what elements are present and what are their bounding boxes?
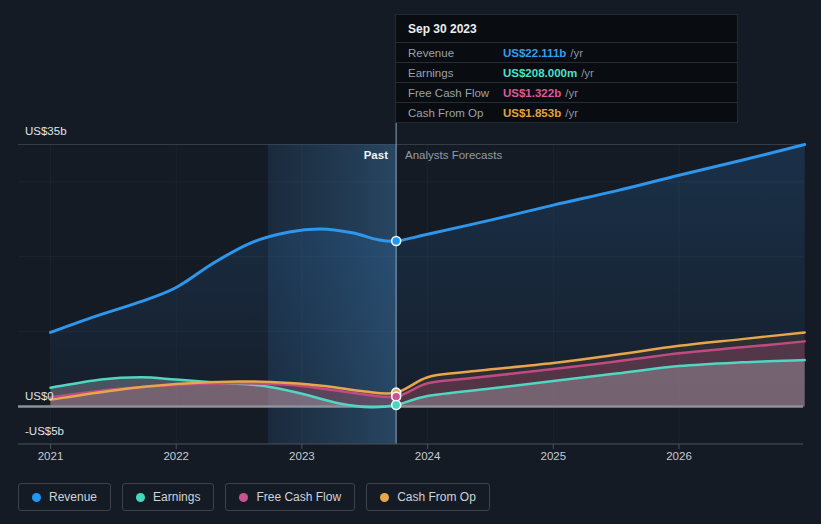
past-label: Past bbox=[288, 149, 388, 161]
legend-toggle-revenue[interactable]: Revenue bbox=[18, 483, 111, 511]
legend-toggle-cashop[interactable]: Cash From Op bbox=[366, 483, 490, 511]
revenue-series-dot-icon bbox=[32, 493, 41, 502]
tooltip-row-unit: /yr bbox=[570, 47, 583, 59]
tooltip-row-unit: /yr bbox=[581, 67, 594, 79]
y-axis-label-zero: US$0 bbox=[25, 390, 54, 402]
revenue-marker-dot[interactable] bbox=[392, 236, 401, 245]
cashop-series-dot-icon bbox=[380, 493, 389, 502]
tooltip-date: Sep 30 2023 bbox=[396, 15, 737, 42]
tooltip-row-label: Revenue bbox=[408, 47, 503, 59]
x-axis-label-2022: 2022 bbox=[146, 450, 206, 462]
x-axis-label-2024: 2024 bbox=[398, 450, 458, 462]
tooltip-row-unit: /yr bbox=[565, 87, 578, 99]
tooltip-rows: RevenueUS$22.111b/yrEarningsUS$208.000m/… bbox=[396, 42, 737, 122]
tooltip-row-value: US$1.853b bbox=[503, 107, 561, 119]
x-axis-label-2021: 2021 bbox=[21, 450, 81, 462]
legend-label: Cash From Op bbox=[397, 490, 476, 504]
legend-toggle-fcf[interactable]: Free Cash Flow bbox=[225, 483, 355, 511]
tooltip-row-value: US$22.111b bbox=[503, 47, 566, 59]
earnings-marker-dot[interactable] bbox=[392, 400, 401, 409]
chart-panel: US$35b US$0 -US$5b Past Analysts Forecas… bbox=[0, 0, 821, 524]
tooltip-row-earnings: EarningsUS$208.000m/yr bbox=[396, 62, 737, 82]
x-axis-label-2025: 2025 bbox=[523, 450, 583, 462]
tooltip-row-fcf: Free Cash FlowUS$1.322b/yr bbox=[396, 82, 737, 102]
tooltip-row-unit: /yr bbox=[565, 107, 578, 119]
tooltip-row-label: Cash From Op bbox=[408, 107, 503, 119]
x-axis-label-2026: 2026 bbox=[649, 450, 709, 462]
chart-tooltip: Sep 30 2023 RevenueUS$22.111b/yrEarnings… bbox=[395, 14, 738, 123]
earnings-series-dot-icon bbox=[136, 493, 145, 502]
y-axis-label-neg5b: -US$5b bbox=[25, 425, 64, 437]
tooltip-row-label: Earnings bbox=[408, 67, 503, 79]
legend-label: Revenue bbox=[49, 490, 97, 504]
y-axis-label-35b: US$35b bbox=[25, 125, 67, 137]
fcf-series-dot-icon bbox=[239, 493, 248, 502]
tooltip-row-value: US$208.000m bbox=[503, 67, 577, 79]
tooltip-row-label: Free Cash Flow bbox=[408, 87, 503, 99]
tooltip-row-cashop: Cash From OpUS$1.853b/yr bbox=[396, 102, 737, 122]
analysts-forecasts-label: Analysts Forecasts bbox=[405, 149, 502, 161]
chart-legend: RevenueEarningsFree Cash FlowCash From O… bbox=[18, 483, 490, 511]
legend-toggle-earnings[interactable]: Earnings bbox=[122, 483, 214, 511]
legend-label: Earnings bbox=[153, 490, 200, 504]
tooltip-row-value: US$1.322b bbox=[503, 87, 561, 99]
tooltip-row-revenue: RevenueUS$22.111b/yr bbox=[396, 42, 737, 62]
legend-label: Free Cash Flow bbox=[256, 490, 341, 504]
x-axis-label-2023: 2023 bbox=[272, 450, 332, 462]
